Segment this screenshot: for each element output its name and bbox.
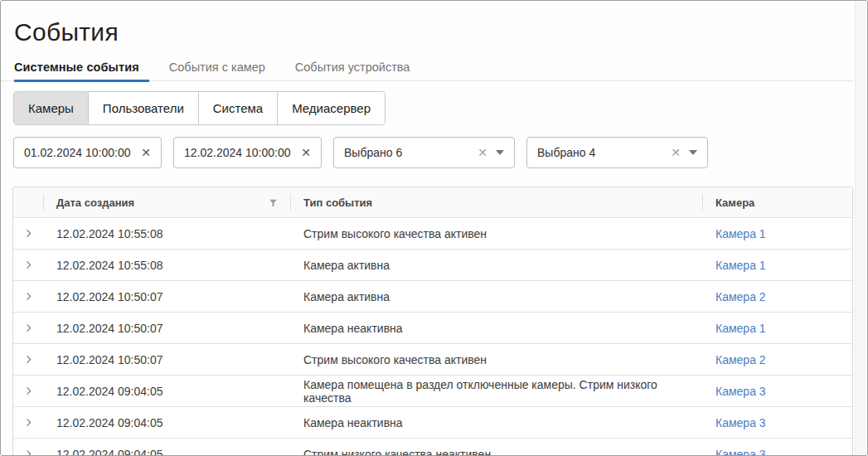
- camera-link[interactable]: Камера 2: [715, 353, 766, 366]
- column-header-date-label: Дата создания: [56, 196, 134, 209]
- table-row[interactable]: 12.02.2024 10:55:08 Стрим высокого качес…: [13, 218, 852, 250]
- table-row[interactable]: 12.02.2024 09:04:05 Камера помещена в ра…: [13, 376, 852, 407]
- event-type: Стрим низкого качества неактивен: [290, 439, 702, 456]
- events-page: События Системные события События с каме…: [0, 0, 868, 456]
- table-row[interactable]: 12.02.2024 10:50:07 Стрим высокого качес…: [13, 344, 852, 376]
- filter-funnel-icon[interactable]: [268, 197, 279, 208]
- event-type: Камера неактивна: [290, 407, 702, 438]
- camera-select-value: Выбрано 4: [537, 146, 664, 159]
- event-type: Стрим высокого качества активен: [290, 218, 702, 249]
- chevron-right-icon[interactable]: [22, 416, 35, 429]
- chevron-down-icon[interactable]: [689, 150, 697, 155]
- camera-link[interactable]: Камера 2: [715, 290, 766, 303]
- event-type: Камера активна: [290, 250, 702, 280]
- vertical-scrollbar[interactable]: [855, 2, 866, 455]
- camera-link[interactable]: Камера 1: [715, 259, 766, 272]
- chevron-right-icon[interactable]: [22, 322, 35, 334]
- column-header-camera-label: Камера: [715, 196, 754, 209]
- camera-link[interactable]: Камера 1: [715, 322, 766, 335]
- clear-icon[interactable]: ✕: [671, 147, 681, 158]
- chevron-right-icon[interactable]: [22, 259, 35, 271]
- events-table: Дата создания Тип события Камера 12.02.2…: [12, 187, 853, 456]
- event-date: 12.02.2024 09:04:05: [43, 439, 290, 456]
- table-body: 12.02.2024 10:55:08 Стрим высокого качес…: [13, 218, 852, 456]
- event-date: 12.02.2024 09:04:05: [43, 376, 290, 406]
- tab-camera-events[interactable]: События с камер: [169, 61, 265, 80]
- page-title: События: [14, 18, 867, 46]
- date-to-input[interactable]: 12.02.2024 10:00:00 ✕: [173, 137, 322, 168]
- chevron-right-icon[interactable]: [22, 290, 35, 303]
- event-date: 12.02.2024 10:55:08: [43, 218, 290, 249]
- tabs-bar: Системные события События с камер Событи…: [1, 61, 853, 81]
- chevron-right-icon[interactable]: [22, 227, 35, 240]
- event-type: Камера неактивна: [290, 313, 702, 343]
- event-type: Камера помещена в раздел отключенные кам…: [290, 376, 702, 406]
- clear-icon[interactable]: ✕: [141, 147, 151, 158]
- expand-column-header: [13, 187, 43, 217]
- category-button-group: Камеры Пользователи Система Медиасервер: [13, 91, 386, 125]
- category-button-cameras[interactable]: Камеры: [14, 92, 88, 124]
- camera-select[interactable]: Выбрано 4 ✕: [526, 137, 708, 168]
- table-row[interactable]: 12.02.2024 10:50:07 Камера неактивна Кам…: [13, 313, 852, 344]
- event-type-select[interactable]: Выбрано 6 ✕: [333, 137, 515, 168]
- table-row[interactable]: 12.02.2024 09:04:05 Камера неактивна Кам…: [13, 407, 852, 439]
- event-date: 12.02.2024 10:50:07: [43, 281, 290, 312]
- clear-icon[interactable]: ✕: [301, 147, 311, 158]
- camera-link[interactable]: Камера 3: [715, 385, 766, 398]
- event-type: Стрим высокого качества активен: [290, 344, 702, 375]
- category-button-users[interactable]: Пользователи: [88, 92, 198, 124]
- camera-link[interactable]: Камера 1: [715, 227, 766, 240]
- date-from-value: 01.02.2024 10:00:00: [24, 146, 134, 159]
- event-date: 12.02.2024 10:55:08: [43, 250, 290, 280]
- event-date: 12.02.2024 10:50:07: [43, 313, 290, 343]
- clear-icon[interactable]: ✕: [478, 147, 487, 158]
- column-header-type-label: Тип события: [303, 196, 372, 209]
- tab-system-events[interactable]: Системные события: [14, 61, 139, 80]
- category-button-system[interactable]: Система: [198, 92, 277, 124]
- date-from-input[interactable]: 01.02.2024 10:00:00 ✕: [13, 137, 162, 168]
- column-header-date: Дата создания: [43, 187, 290, 217]
- tab-device-events[interactable]: События устройства: [295, 61, 410, 80]
- column-header-type: Тип события: [290, 187, 702, 217]
- chevron-right-icon[interactable]: [22, 385, 35, 397]
- camera-link[interactable]: Камера 3: [715, 416, 766, 429]
- chevron-down-icon[interactable]: [496, 150, 504, 155]
- event-date: 12.02.2024 09:04:05: [43, 407, 290, 438]
- filter-row: 01.02.2024 10:00:00 ✕ 12.02.2024 10:00:0…: [13, 137, 867, 168]
- event-type: Камера активна: [290, 281, 702, 312]
- event-type-select-value: Выбрано 6: [344, 146, 471, 159]
- category-button-mediaserver[interactable]: Медиасервер: [277, 92, 385, 124]
- column-header-camera: Камера: [702, 187, 852, 217]
- table-header: Дата создания Тип события Камера: [13, 187, 852, 218]
- date-to-value: 12.02.2024 10:00:00: [184, 146, 294, 159]
- camera-link[interactable]: Камера 3: [715, 448, 766, 456]
- event-date: 12.02.2024 10:50:07: [43, 344, 290, 375]
- chevron-right-icon[interactable]: [22, 353, 35, 366]
- table-row[interactable]: 12.02.2024 10:50:07 Камера активна Камер…: [13, 281, 852, 313]
- table-row[interactable]: 12.02.2024 09:04:05 Стрим низкого качест…: [13, 439, 852, 456]
- table-row[interactable]: 12.02.2024 10:55:08 Камера активна Камер…: [13, 250, 852, 281]
- chevron-right-icon[interactable]: [22, 448, 35, 456]
